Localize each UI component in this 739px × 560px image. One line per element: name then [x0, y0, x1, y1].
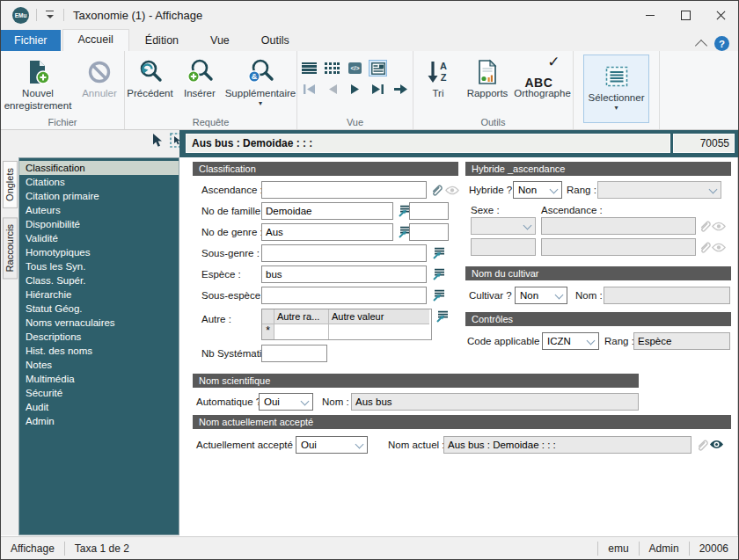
cultivar-nom-field[interactable]: [604, 287, 730, 304]
autre-cell-valeur[interactable]: [329, 324, 429, 339]
cultivar-value: Non: [520, 290, 538, 301]
panel-header-cultivar: Nom du cultivar: [465, 266, 731, 280]
tab-vue[interactable]: Vue: [194, 31, 245, 51]
annuler-button[interactable]: Annuler: [75, 55, 124, 102]
sidebar-item-descriptions[interactable]: Descriptions: [19, 330, 179, 344]
sidebar-item-validite[interactable]: Validité: [19, 231, 179, 245]
orthographe-button[interactable]: ✓ ABC Orthographe: [512, 55, 573, 102]
code-applicable-dropdown[interactable]: ICZN: [542, 332, 599, 350]
sidebar-item-securite[interactable]: Sécurité: [19, 386, 179, 400]
autre-new-row-marker[interactable]: *: [262, 324, 274, 339]
rapports-button[interactable]: Rapports: [463, 55, 512, 102]
sidebar-item-homotypiques[interactable]: Homotypiques: [19, 245, 179, 259]
sous-genre-field[interactable]: [261, 244, 427, 262]
sidebar-item-statut-geog[interactable]: Statut Géog.: [19, 302, 179, 316]
hybride-rang-dropdown[interactable]: [597, 181, 721, 199]
record-summary-field[interactable]: Aus bus : Demoidae : : :: [186, 134, 670, 153]
maximize-button[interactable]: [668, 1, 703, 29]
sous-espece-field[interactable]: [261, 287, 427, 304]
view-attachment-icon-disabled[interactable]: [711, 240, 726, 255]
sidebar-item-noms-vernaculaires[interactable]: Noms vernaculaires: [19, 316, 179, 330]
sidebar-item-notes[interactable]: Notes: [19, 358, 179, 372]
controles-rang-field[interactable]: Espèce: [633, 332, 730, 350]
vtab-raccourcis[interactable]: Raccourcis: [3, 217, 18, 279]
famille-extra-field[interactable]: [409, 202, 449, 220]
panel-header-nom-scientifique: Nom scientifique: [193, 374, 639, 388]
first-record-icon[interactable]: [300, 81, 318, 98]
help-button[interactable]: ?: [714, 36, 729, 51]
vtab-onglets[interactable]: Onglets: [3, 161, 18, 208]
sidebar-item-tous-les-syn[interactable]: Tous les Syn.: [19, 259, 179, 273]
tri-button[interactable]: A Z Tri: [413, 55, 463, 102]
list-view-icon[interactable]: [300, 60, 318, 76]
lookup-list-icon[interactable]: [434, 309, 449, 324]
sidebar-item-auteurs[interactable]: Auteurs: [19, 203, 179, 217]
tab-edition[interactable]: Édition: [129, 31, 194, 51]
famille-field[interactable]: Demoidae: [261, 202, 393, 220]
tab-outils[interactable]: Outils: [245, 31, 305, 51]
ascendance-field[interactable]: [261, 181, 427, 199]
view-record-icon[interactable]: [709, 437, 724, 452]
sidebar-item-multimedia[interactable]: Multimédia: [19, 372, 179, 386]
tab-fichier[interactable]: Fichier: [1, 30, 61, 51]
precedent-button[interactable]: Précédent: [125, 55, 175, 102]
autre-col1-header[interactable]: Autre ra...: [274, 309, 329, 324]
lookup-list-icon[interactable]: [430, 287, 445, 302]
sidebar-item-citations[interactable]: Citations: [19, 175, 179, 189]
attach-icon[interactable]: [428, 182, 443, 197]
close-button[interactable]: [703, 1, 738, 29]
sexe-dropdown[interactable]: [471, 217, 536, 235]
selectionner-button[interactable]: Sélectionner ▾: [583, 55, 650, 123]
autre-table[interactable]: Autre ra... Autre valeur *: [261, 309, 432, 340]
sidebar-item-admin[interactable]: Admin: [19, 414, 179, 428]
sidebar-item-class-super[interactable]: Class. Supér.: [19, 273, 179, 287]
goto-record-icon[interactable]: [391, 81, 410, 98]
autre-cell-rang[interactable]: [274, 324, 329, 339]
pointer-cursor-icon[interactable]: [152, 134, 164, 151]
record-irn-field[interactable]: 70055: [673, 134, 735, 153]
nom-actuel-field[interactable]: Aus bus : Demoidae : : :: [443, 436, 691, 454]
genre-extra-field[interactable]: [409, 223, 449, 241]
lookup-list-icon[interactable]: [430, 245, 445, 260]
hybride-dropdown[interactable]: Non: [513, 181, 562, 199]
previous-record-icon[interactable]: [323, 81, 341, 98]
genre-field[interactable]: Aus: [261, 223, 393, 241]
grid-view-icon[interactable]: [323, 60, 341, 76]
autre-col2-header[interactable]: Autre valeur: [329, 309, 429, 324]
sidebar-item-citation-primaire[interactable]: Citation primaire: [19, 189, 179, 203]
lookup-list-icon[interactable]: [430, 266, 445, 281]
new-record-button[interactable]: Nouvel enregistrement: [1, 55, 75, 114]
actuellement-accepte-dropdown[interactable]: Oui: [296, 436, 368, 454]
titlebar-separator: [36, 9, 37, 21]
status-host: emu: [598, 542, 638, 555]
supplementaire-button[interactable]: & Supplémentaire ▾: [224, 55, 296, 108]
nb-systematique-field[interactable]: [261, 345, 327, 362]
attach-icon-disabled[interactable]: [697, 239, 712, 254]
minimize-button[interactable]: [633, 1, 668, 29]
cultivar-dropdown[interactable]: Non: [515, 287, 567, 304]
espece-field[interactable]: bus: [261, 265, 427, 283]
tab-accueil[interactable]: Accueil: [62, 29, 129, 51]
hybride-extra-field[interactable]: [471, 238, 536, 256]
view-attachment-icon-disabled[interactable]: [711, 219, 726, 234]
code-view-icon[interactable]: </>: [346, 60, 364, 76]
collapse-ribbon-icon[interactable]: [695, 39, 707, 51]
hybride-parent1-field[interactable]: [541, 217, 696, 235]
view-attachment-icon[interactable]: [444, 183, 459, 198]
hybride-parent2-field[interactable]: [541, 238, 696, 256]
nom-scientifique-field[interactable]: Aus bus: [351, 393, 639, 411]
attach-icon-disabled[interactable]: [697, 218, 712, 233]
panel-header-hybride: Hybride _ascendance: [465, 162, 731, 176]
attach-icon-disabled[interactable]: [694, 437, 709, 452]
sidebar-item-hist-des-noms[interactable]: Hist. des noms: [19, 344, 179, 358]
form-view-icon-selected[interactable]: [369, 60, 387, 76]
automatique-dropdown[interactable]: Oui: [259, 393, 313, 411]
last-record-icon[interactable]: [369, 81, 387, 98]
quick-access-dropdown-icon[interactable]: [44, 11, 56, 19]
sidebar-item-audit[interactable]: Audit: [19, 400, 179, 414]
sidebar-item-disponibilite[interactable]: Disponibilité: [19, 217, 179, 231]
next-record-icon[interactable]: [346, 81, 364, 98]
inserer-button[interactable]: Insérer: [175, 55, 224, 102]
sidebar-item-classification[interactable]: Classification: [19, 161, 179, 175]
sidebar-item-hierarchie[interactable]: Hiérarchie: [19, 287, 179, 302]
